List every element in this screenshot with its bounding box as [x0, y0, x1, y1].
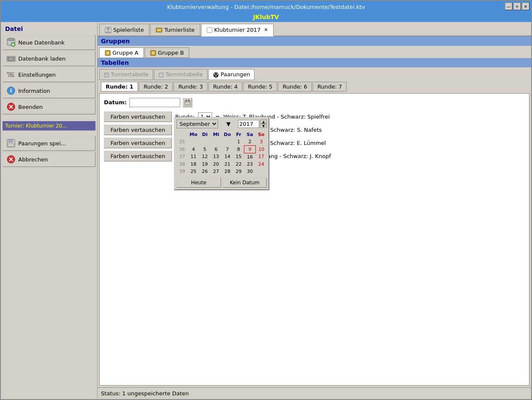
termintabelle-icon [159, 71, 164, 78]
calendar-day[interactable]: 24 [255, 161, 267, 168]
turniertabelle-label: Turniertabelle [111, 71, 148, 78]
svg-point-1 [7, 38, 15, 41]
calendar-day[interactable]: 20 [210, 161, 222, 168]
year-spinners: ▲ ▼ [260, 119, 267, 128]
calendar-day[interactable]: 9 [244, 145, 256, 153]
sidebar-separator-2 [3, 131, 95, 135]
tabellen-header: Tabellen [98, 58, 531, 67]
farben-vertauschen-4[interactable]: Farben vertauschen [104, 151, 172, 161]
einstellungen-button[interactable]: Einstellungen [3, 67, 95, 82]
calendar-day [188, 138, 199, 146]
termintabelle-tab[interactable]: Termintabelle [154, 69, 207, 80]
calendar-footer: Heute Kein Datum [175, 176, 269, 189]
turniertabelle-tab[interactable]: Turniertabelle [99, 69, 153, 80]
calendar-day[interactable]: 23 [244, 161, 256, 168]
tab-klubturnier[interactable]: Klubturnier 2017 ✕ [201, 24, 274, 36]
maximize-button[interactable]: + [513, 3, 521, 10]
calendar-day[interactable]: 25 [188, 168, 199, 175]
gruppe-b-tab[interactable]: Gruppe B [145, 47, 189, 58]
calendar-day[interactable]: 21 [222, 161, 233, 168]
calendar-day[interactable]: 1 [233, 138, 244, 146]
round-tab-6[interactable]: Runde: 6 [278, 82, 312, 92]
calendar-day[interactable]: 2 [244, 138, 256, 146]
beenden-button[interactable]: Beenden [3, 99, 95, 114]
calendar-day[interactable]: 11 [188, 153, 199, 161]
round-tab-7[interactable]: Runde: 7 [313, 82, 347, 92]
farben-vertauschen-3[interactable]: Farben vertauschen [104, 138, 172, 148]
klubturnier-icon [207, 27, 213, 33]
year-input[interactable] [238, 120, 259, 128]
paarungen-area: Datum: [99, 93, 529, 386]
neue-datenbank-button[interactable]: Neue Datenbank [3, 35, 95, 50]
datum-input[interactable] [129, 98, 180, 107]
kein-datum-button[interactable]: Kein Datum [223, 178, 267, 188]
round-tab-5[interactable]: Runde: 5 [243, 82, 277, 92]
calendar-day[interactable]: 6 [210, 145, 222, 153]
col-header-so: So [255, 131, 267, 138]
calendar-day[interactable]: 19 [199, 161, 211, 168]
paarungen-tab[interactable]: Paarungen [208, 69, 255, 80]
paarungen-speichern-button[interactable]: Paarungen spei... [3, 136, 95, 151]
calendar-day[interactable]: 30 [244, 168, 256, 175]
round-tab-4[interactable]: Runde: 4 [208, 82, 242, 92]
status-text: Status: 1 ungespeicherte Daten [101, 390, 189, 397]
svg-rect-29 [207, 28, 212, 33]
calendar-day[interactable]: 13 [210, 153, 222, 161]
round-tab-1[interactable]: Runde: 1 [101, 82, 138, 92]
year-up-button[interactable]: ▲ [260, 119, 267, 124]
svg-rect-46 [188, 100, 189, 101]
calendar-button[interactable] [183, 98, 192, 107]
round-tab-3[interactable]: Runde: 3 [174, 82, 207, 92]
svg-text:i: i [10, 87, 12, 94]
svg-rect-37 [159, 73, 163, 77]
heute-button[interactable]: Heute [176, 178, 221, 188]
tab-klubturnier-label: Klubturnier 2017 [214, 27, 261, 33]
svg-point-41 [216, 73, 218, 75]
paarung-row-3: Farben vertauschen Runde: 1 = Weiss: A. … [104, 138, 525, 148]
svg-rect-45 [186, 100, 187, 101]
calendar-day[interactable]: 15 [233, 153, 244, 161]
calendar-day[interactable]: 17 [255, 153, 267, 161]
abbrechen-button[interactable]: Abbrechen [3, 152, 95, 167]
calendar-day[interactable]: 12 [199, 153, 211, 161]
db-new-icon [6, 38, 16, 47]
calendar-day[interactable]: 5 [199, 145, 211, 153]
turniertabelle-icon [104, 71, 109, 78]
round-tab-2[interactable]: Runde: 2 [139, 82, 173, 92]
calendar-day[interactable]: 3 [255, 138, 267, 146]
information-button[interactable]: i Information [3, 83, 95, 98]
sidebar-separator [3, 115, 95, 119]
week-number: 35 [176, 138, 188, 146]
datenbank-laden-button[interactable]: Datenbank laden [3, 51, 95, 66]
year-down-button[interactable]: ▼ [260, 124, 267, 128]
calendar-day[interactable]: 14 [222, 153, 233, 161]
calendar-day[interactable]: 18 [188, 161, 199, 168]
minimize-button[interactable]: — [505, 3, 512, 10]
month-select[interactable]: September [176, 119, 218, 128]
calendar-day[interactable]: 8 [233, 145, 244, 153]
calendar-day [255, 168, 267, 175]
svg-rect-7 [8, 58, 14, 60]
gruppe-a-tab[interactable]: Gruppe A [99, 47, 144, 58]
tab-turnierliste-label: Turnierliste [164, 27, 195, 33]
calendar-day[interactable]: 29 [233, 168, 244, 175]
calendar-day[interactable]: 22 [233, 161, 244, 168]
calendar-day[interactable]: 10 [255, 145, 267, 153]
calendar-day[interactable]: 7 [222, 145, 233, 153]
calendar-day[interactable]: 4 [188, 145, 199, 153]
tab-close-button[interactable]: ✕ [264, 27, 268, 33]
farben-vertauschen-2[interactable]: Farben vertauschen [104, 125, 172, 135]
farben-vertauschen-1[interactable]: Farben vertauschen [104, 111, 172, 122]
calendar-day[interactable]: 27 [210, 168, 222, 175]
tab-turnierliste[interactable]: Turnierliste [150, 24, 200, 36]
gruppe-b-label: Gruppe B [158, 50, 184, 56]
calendar-day[interactable]: 26 [199, 168, 211, 175]
calendar-day[interactable]: 16 [244, 153, 256, 161]
db-load-icon [6, 54, 16, 63]
termintabelle-label: Termintabelle [165, 71, 203, 78]
tab-spielerliste[interactable]: Spielerliste [99, 24, 149, 36]
calendar-year: ▲ ▼ [238, 119, 267, 128]
calendar-day[interactable]: 28 [222, 168, 233, 175]
week-number: 39 [176, 168, 188, 175]
close-button[interactable]: ✕ [522, 3, 529, 10]
